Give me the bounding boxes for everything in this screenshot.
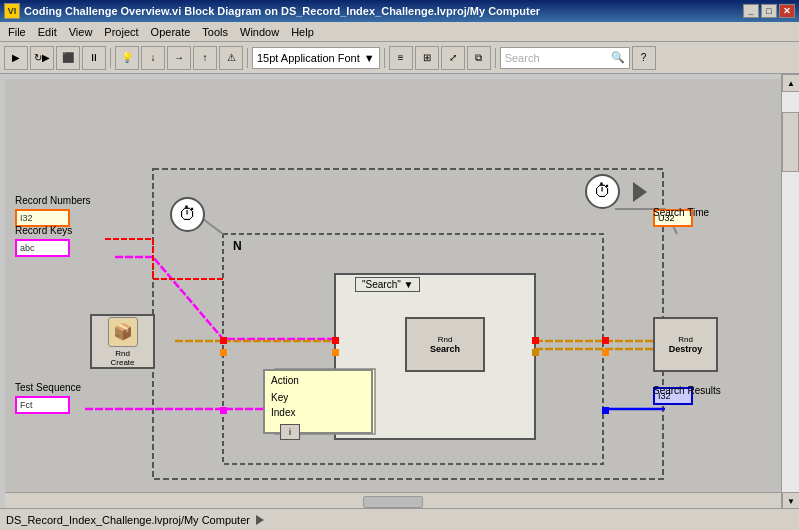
warn-button[interactable]: ⚠ — [219, 46, 243, 70]
align-button[interactable]: ≡ — [389, 46, 413, 70]
case-label: "Search" ▼ — [362, 279, 413, 290]
arrow-right-icon — [256, 515, 264, 525]
menu-project[interactable]: Project — [98, 24, 144, 40]
menu-view[interactable]: View — [63, 24, 99, 40]
close-button[interactable]: ✕ — [779, 4, 795, 18]
clock-left-icon: ⏱ — [170, 197, 205, 232]
menu-operate[interactable]: Operate — [145, 24, 197, 40]
create-subvi[interactable]: 📦 Rnd Create — [90, 314, 155, 369]
minimize-button[interactable]: _ — [743, 4, 759, 18]
search-box[interactable]: Search 🔍 — [500, 47, 630, 69]
index-label: Index — [265, 405, 371, 420]
search-results-control: Search Results I32 — [653, 385, 693, 405]
svg-rect-4 — [220, 337, 227, 344]
record-numbers-value: I32 — [20, 213, 33, 223]
search-rnd-label: Rnd — [438, 335, 453, 344]
destroy-rnd-label: Rnd — [678, 335, 693, 344]
menu-tools[interactable]: Tools — [196, 24, 234, 40]
record-numbers-label: Record Numbers — [15, 195, 91, 206]
menu-bar: File Edit View Project Operate Tools Win… — [0, 22, 799, 42]
menu-file[interactable]: File — [2, 24, 32, 40]
action-label: Action — [265, 371, 371, 390]
toolbar-separator-1 — [110, 48, 111, 68]
search-placeholder: Search — [505, 52, 540, 64]
reorder-button[interactable]: ⧉ — [467, 46, 491, 70]
menu-edit[interactable]: Edit — [32, 24, 63, 40]
block-diagram: Record Numbers I32 Record Keys abc Test … — [5, 79, 781, 510]
test-sequence-control: Test Sequence Fct — [15, 396, 70, 414]
case-selector[interactable]: "Search" ▼ — [355, 277, 420, 292]
step-out-button[interactable]: ↑ — [193, 46, 217, 70]
help-button[interactable]: ? — [632, 46, 656, 70]
abort-button[interactable]: ⬛ — [56, 46, 80, 70]
clock-right-icon: ⏱ — [585, 174, 620, 209]
svg-rect-6 — [220, 407, 227, 414]
window-title: Coding Challenge Overview.vi Block Diagr… — [24, 5, 743, 17]
status-arrows — [256, 515, 264, 525]
record-keys-value: abc — [20, 243, 35, 253]
svg-rect-7 — [602, 337, 609, 344]
clock-left: ⏱ — [170, 197, 205, 232]
font-selector[interactable]: 15pt Application Font ▼ — [252, 47, 380, 69]
window-controls[interactable]: _ □ ✕ — [743, 4, 795, 18]
record-keys-label: Record Keys — [15, 225, 72, 236]
key-label: Key — [265, 390, 371, 405]
destroy-subvi[interactable]: Rnd Destroy — [653, 317, 718, 372]
run-continuously-button[interactable]: ↻▶ — [30, 46, 54, 70]
scrollbar-vertical[interactable]: ▲ ▼ — [781, 74, 799, 510]
scroll-track[interactable] — [782, 92, 799, 492]
search-results-label: Search Results — [653, 385, 721, 396]
maximize-button[interactable]: □ — [761, 4, 777, 18]
menu-help[interactable]: Help — [285, 24, 320, 40]
svg-rect-8 — [602, 349, 609, 356]
create-sublabel: Create — [110, 358, 134, 367]
record-keys-control: Record Keys abc — [15, 239, 70, 257]
iteration-terminal: i — [280, 424, 300, 440]
search-time-control: Search Time U32 — [653, 207, 693, 227]
clock-right: ⏱ — [585, 174, 620, 209]
create-label: Rnd — [115, 349, 130, 358]
diagram-area: ▲ ▼ — [0, 74, 799, 510]
font-dropdown-arrow[interactable]: ▼ — [364, 52, 375, 64]
destroy-label: Destroy — [669, 344, 703, 354]
title-bar: VI Coding Challenge Overview.vi Block Di… — [0, 0, 799, 22]
svg-rect-10 — [332, 337, 339, 344]
svg-rect-13 — [532, 349, 539, 356]
svg-rect-5 — [220, 349, 227, 356]
loop-count-label: N — [233, 239, 242, 253]
toolbar: ▶ ↻▶ ⬛ ⏸ 💡 ↓ → ↑ ⚠ 15pt Application Font… — [0, 42, 799, 74]
test-sequence-label: Test Sequence — [15, 382, 81, 393]
svg-rect-12 — [532, 337, 539, 344]
search-icon[interactable]: 🔍 — [611, 51, 625, 64]
menu-window[interactable]: Window — [234, 24, 285, 40]
step-over-button[interactable]: → — [167, 46, 191, 70]
font-name: 15pt Application Font — [257, 52, 360, 64]
pause-button[interactable]: ⏸ — [82, 46, 106, 70]
search-subvi[interactable]: Rnd Search — [405, 317, 485, 372]
wire-layer — [5, 79, 781, 510]
run-button[interactable]: ▶ — [4, 46, 28, 70]
step-into-button[interactable]: ↓ — [141, 46, 165, 70]
svg-rect-9 — [602, 407, 609, 414]
distribute-button[interactable]: ⊞ — [415, 46, 439, 70]
app-icon: VI — [4, 3, 20, 19]
status-text: DS_Record_Index_Challenge.lvproj/My Comp… — [6, 514, 250, 526]
test-sequence-value: Fct — [20, 400, 33, 410]
search-time-label: Search Time — [653, 207, 709, 218]
h-scroll-thumb[interactable] — [363, 496, 423, 508]
toolbar-separator-3 — [384, 48, 385, 68]
toolbar-separator-2 — [247, 48, 248, 68]
toolbar-separator-4 — [495, 48, 496, 68]
resize-button[interactable]: ⤢ — [441, 46, 465, 70]
compare-triangle — [633, 182, 647, 202]
highlight-button[interactable]: 💡 — [115, 46, 139, 70]
status-bar: DS_Record_Index_Challenge.lvproj/My Comp… — [0, 508, 799, 530]
scroll-up-button[interactable]: ▲ — [782, 74, 799, 92]
scroll-thumb[interactable] — [782, 112, 799, 172]
svg-rect-11 — [332, 349, 339, 356]
search-label: Search — [430, 344, 460, 354]
